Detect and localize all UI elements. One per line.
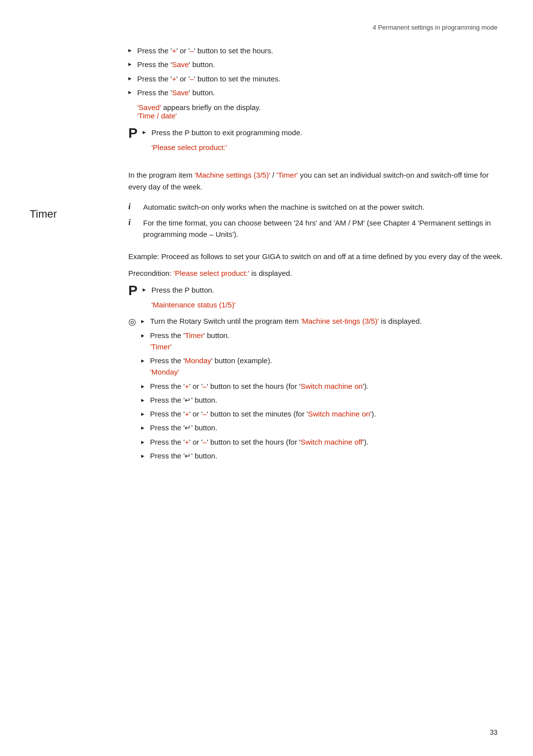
list-item: Turn the Rotary Switch until the program… (141, 315, 503, 327)
timer-ref: 'Timer' (276, 171, 298, 179)
time-date-line: 'Time / date' (128, 112, 503, 120)
plus3: + (185, 382, 189, 390)
p-press-content: Press the P button. 'Maintenance status … (143, 284, 503, 309)
info-block-1: i Automatic switch-on only works when th… (128, 201, 503, 213)
p-content: Press the P button to exit programming m… (143, 127, 503, 151)
maintenance-line: 'Maintenance status (1/5)' (143, 301, 503, 309)
info-block-2: i For the time format, you can choose be… (128, 217, 503, 240)
page: 4 Permanent settings in programming mode… (0, 0, 533, 756)
rotary-row: ◎ Turn the Rotary Switch until the progr… (128, 315, 503, 464)
save-text2: Save (172, 88, 189, 97)
rotary-content: Turn the Rotary Switch until the program… (141, 315, 503, 464)
plus-text: + (172, 46, 176, 55)
left-margin: Timer (30, 45, 128, 466)
list-item: Press the 'Save' button. (128, 59, 503, 70)
save-text: Save (172, 60, 189, 69)
switch-on-ref2: Switch machine on (308, 410, 370, 418)
list-item: Press the P button to exit programming m… (143, 127, 503, 138)
list-item: Press the '↵' button. (141, 450, 503, 461)
example-line1: Example: Proceed as follows to set your … (128, 251, 503, 263)
minus3: – (203, 382, 207, 390)
timer-btn-text: Timer (185, 331, 203, 340)
p-press-row: P Press the P button. 'Maintenance statu… (128, 284, 503, 309)
plus-text2: + (172, 75, 176, 83)
timer-label: Timer (30, 45, 128, 221)
list-item: Press the '+' or '–' button to set the h… (141, 380, 503, 392)
maintenance-text: 'Maintenance status (1/5)' (152, 301, 236, 309)
p-letter: P (128, 126, 138, 141)
machine-set-ref: 'Machine set-tings (3/5)' (301, 317, 379, 325)
saved-line: 'Saved' appears briefly on the display. (128, 103, 503, 112)
main-content: Press the '+' or '–' button to set the h… (128, 45, 503, 466)
list-item: Press the '+' or '–' button to set the h… (141, 436, 503, 448)
page-header: 4 Permanent settings in programming mode (0, 24, 533, 31)
please-select-text: 'Please select product:' (152, 143, 227, 151)
switch-on-ref1: Switch machine on (301, 382, 363, 390)
page-number: 33 (490, 728, 497, 736)
info-text-2: For the time format, you can choose betw… (143, 217, 503, 240)
timer-section: In the program item 'Machine settings (3… (128, 169, 503, 464)
precondition-red: 'Please select product:' (174, 269, 249, 277)
switch-off-ref: Switch machine off (301, 438, 363, 446)
p-exit-red-line: 'Please select product:' (143, 143, 503, 151)
rotary-bullet: Turn the Rotary Switch until the program… (141, 315, 503, 327)
list-item: Press the 'Save' button. (128, 87, 503, 98)
list-item: Press the 'Timer' button. 'Timer' (141, 330, 503, 353)
info-icon-1: i (128, 202, 137, 212)
monday-display: 'Monday' (150, 368, 179, 376)
monday-btn-text: Monday (185, 356, 211, 365)
list-item: Press the '↵' button. (141, 394, 503, 406)
minus4: – (203, 410, 207, 418)
sub-bullet-list: Press the 'Timer' button. 'Timer' Press … (141, 330, 503, 462)
p-bullet-list: Press the P button to exit programming m… (143, 127, 503, 138)
list-item: Press the '+' or '–' button to set the h… (128, 45, 503, 56)
time-date-text: 'Time / date' (137, 112, 177, 120)
list-item: Press the P button. (143, 284, 503, 296)
list-item: Press the 'Monday' button (example). 'Mo… (141, 355, 503, 378)
machine-settings-ref: 'Machine settings (3/5)' (194, 171, 270, 179)
rotary-icon: ◎ (128, 316, 136, 327)
saved-text: 'Saved' (137, 103, 161, 112)
info-icon-2: i (128, 218, 137, 227)
plus4: + (185, 410, 189, 418)
list-item: Press the '+' or '–' button to set the m… (128, 73, 503, 84)
timer-display: 'Timer' (150, 342, 172, 351)
info-text-1: Automatic switch-on only works when the … (143, 201, 503, 213)
p-exit-row: P Press the P button to exit programming… (128, 127, 503, 151)
timer-intro-para: In the program item 'Machine settings (3… (128, 169, 503, 193)
p-press-list: Press the P button. (143, 284, 503, 296)
top-bullet-list: Press the '+' or '–' button to set the h… (128, 45, 503, 98)
precondition-line: Precondition: 'Please select product:' i… (128, 267, 503, 279)
minus-text: – (190, 46, 194, 55)
p-letter-2: P (128, 283, 138, 299)
minus-text2: – (190, 75, 194, 83)
p-bullet: Press the P button to exit programming m… (143, 127, 503, 138)
content-area: Timer Press the '+' or '–' button to set… (0, 45, 533, 466)
list-item: Press the '+' or '–' button to set the m… (141, 408, 503, 419)
minus5: – (203, 438, 207, 446)
plus5: + (185, 438, 189, 446)
list-item: Press the '↵' button. (141, 422, 503, 433)
